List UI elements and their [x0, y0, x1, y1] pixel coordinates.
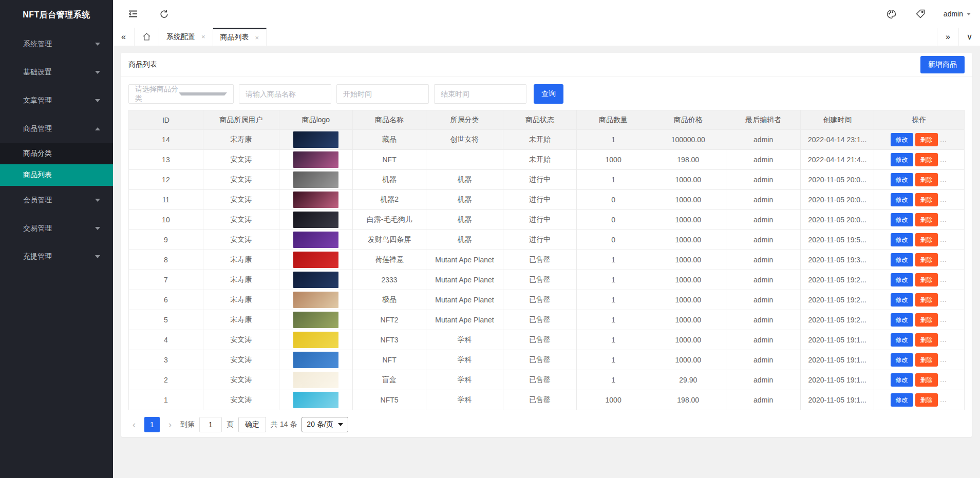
- delete-button[interactable]: 删除: [915, 213, 938, 226]
- more-actions[interactable]: …: [940, 335, 948, 343]
- chevron-down-icon: [95, 255, 100, 258]
- more-actions[interactable]: …: [940, 315, 948, 323]
- more-actions[interactable]: …: [940, 135, 948, 143]
- sidebar-item-4[interactable]: 会员管理: [0, 186, 113, 214]
- more-actions[interactable]: …: [940, 235, 948, 243]
- sidebar-item-1[interactable]: 基础设置: [0, 58, 113, 86]
- sidebar-item-label: 充提管理: [23, 252, 95, 261]
- tabs-list: 系统配置×商品列表×: [159, 28, 267, 46]
- tabs-scroll-left-icon[interactable]: «: [113, 28, 135, 46]
- next-page-icon[interactable]: ›: [164, 419, 176, 430]
- more-actions[interactable]: …: [940, 175, 948, 183]
- more-actions[interactable]: …: [940, 395, 948, 404]
- refresh-icon[interactable]: [158, 8, 169, 20]
- delete-button[interactable]: 删除: [915, 273, 938, 286]
- cell-id: 7: [129, 270, 203, 290]
- cell-user: 安文涛: [203, 370, 279, 390]
- cell-user: 安文涛: [203, 170, 279, 190]
- product-logo: [293, 392, 338, 408]
- content: 商品列表 新增商品 请选择商品分类 查询 ID商品所: [113, 46, 980, 478]
- theme-palette-icon[interactable]: [886, 8, 897, 20]
- edit-button[interactable]: 修改: [891, 393, 913, 407]
- delete-button[interactable]: 删除: [915, 393, 938, 407]
- product-name-input[interactable]: [239, 84, 331, 104]
- collapse-sidebar-icon[interactable]: [127, 8, 139, 20]
- delete-button[interactable]: 删除: [915, 233, 938, 246]
- edit-button[interactable]: 修改: [891, 193, 913, 206]
- product-logo: [293, 212, 338, 228]
- sidebar-item-6[interactable]: 充提管理: [0, 242, 113, 271]
- prev-page-icon[interactable]: ‹: [128, 419, 140, 430]
- cell-category: 创世女将: [426, 130, 503, 150]
- edit-button[interactable]: 修改: [891, 313, 913, 327]
- delete-button[interactable]: 删除: [915, 173, 938, 186]
- delete-button[interactable]: 删除: [915, 373, 938, 387]
- delete-button[interactable]: 删除: [915, 153, 938, 166]
- home-tab[interactable]: [135, 28, 159, 46]
- more-actions[interactable]: …: [940, 255, 948, 263]
- goto-label: 到第: [180, 420, 195, 429]
- edit-button[interactable]: 修改: [891, 253, 913, 266]
- more-actions[interactable]: …: [940, 195, 948, 203]
- delete-button[interactable]: 删除: [915, 193, 938, 206]
- tag-icon[interactable]: [915, 8, 926, 20]
- page-size-select[interactable]: 20 条/页: [301, 417, 348, 432]
- more-actions[interactable]: …: [940, 155, 948, 163]
- delete-button[interactable]: 删除: [915, 293, 938, 307]
- more-actions[interactable]: …: [940, 375, 948, 384]
- sidebar-subitem-1[interactable]: 商品列表: [0, 164, 113, 186]
- edit-button[interactable]: 修改: [891, 213, 913, 226]
- search-button[interactable]: 查询: [534, 84, 563, 104]
- tab-1[interactable]: 商品列表×: [213, 28, 267, 46]
- edit-button[interactable]: 修改: [891, 353, 913, 367]
- edit-button[interactable]: 修改: [891, 273, 913, 286]
- tabs-scroll-right-icon[interactable]: »: [937, 28, 958, 46]
- cell-id: 12: [129, 170, 203, 190]
- edit-button[interactable]: 修改: [891, 333, 913, 347]
- delete-button[interactable]: 删除: [915, 133, 938, 146]
- end-time-input[interactable]: [434, 84, 526, 104]
- more-actions[interactable]: …: [940, 275, 948, 283]
- goto-confirm-button[interactable]: 确定: [238, 417, 266, 432]
- more-actions[interactable]: …: [940, 355, 948, 364]
- add-product-button[interactable]: 新增商品: [920, 56, 965, 73]
- cell-category: 学科: [426, 350, 503, 370]
- cell-price: 198.00: [650, 390, 726, 410]
- cell-created: 2020-11-05 19:1...: [801, 350, 874, 370]
- sidebar-item-2[interactable]: 文章管理: [0, 86, 113, 114]
- category-select[interactable]: 请选择商品分类: [128, 84, 234, 104]
- delete-button[interactable]: 删除: [915, 353, 938, 367]
- delete-button[interactable]: 删除: [915, 253, 938, 266]
- delete-button[interactable]: 删除: [915, 333, 938, 347]
- current-page-button[interactable]: 1: [144, 417, 160, 432]
- table-row: 10安文涛白露-毛毛狗儿机器进行中01000.00admin2020-11-05…: [129, 210, 965, 230]
- user-menu[interactable]: admin: [944, 10, 971, 18]
- close-icon[interactable]: ×: [255, 34, 259, 42]
- sidebar-item-5[interactable]: 交易管理: [0, 214, 113, 242]
- sidebar-item-3[interactable]: 商品管理: [0, 114, 113, 143]
- more-actions[interactable]: …: [940, 295, 948, 303]
- edit-button[interactable]: 修改: [891, 133, 913, 146]
- cell-qty: 1000: [577, 390, 650, 410]
- start-time-input[interactable]: [336, 84, 429, 104]
- goto-page-input[interactable]: [199, 417, 222, 432]
- cell-actions: 修改删除…: [874, 290, 965, 310]
- product-logo: [293, 151, 338, 168]
- table-row: 12安文涛机器机器进行中11000.00admin2020-11-05 20:0…: [129, 170, 965, 190]
- edit-button[interactable]: 修改: [891, 373, 913, 387]
- close-icon[interactable]: ×: [201, 33, 205, 41]
- edit-button[interactable]: 修改: [891, 233, 913, 246]
- sidebar-subitem-0[interactable]: 商品分类: [0, 143, 113, 164]
- cell-price: 198.00: [650, 150, 726, 170]
- edit-button[interactable]: 修改: [891, 293, 913, 307]
- more-actions[interactable]: …: [940, 215, 948, 223]
- delete-button[interactable]: 删除: [915, 313, 938, 327]
- product-logo: [293, 292, 338, 308]
- edit-button[interactable]: 修改: [891, 153, 913, 166]
- tabs-menu-icon[interactable]: ∨: [958, 28, 980, 46]
- sidebar-item-0[interactable]: 系统管理: [0, 30, 113, 58]
- edit-button[interactable]: 修改: [891, 173, 913, 186]
- tab-0[interactable]: 系统配置×: [159, 28, 213, 46]
- cell-created: 2020-11-05 19:2...: [801, 270, 874, 290]
- cell-logo: [279, 370, 352, 390]
